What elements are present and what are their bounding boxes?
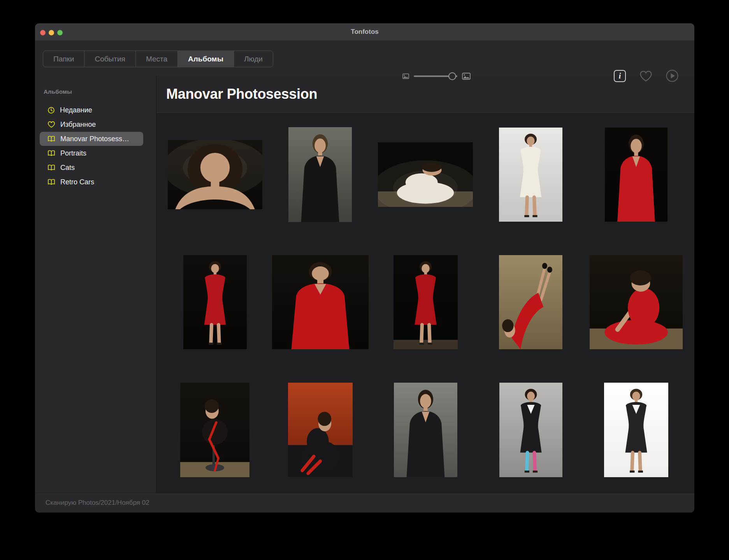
sidebar-item-cats[interactable]: Cats [40, 161, 143, 175]
sidebar-item-label: Retro Cars [60, 178, 94, 186]
toolbar-actions: i [614, 70, 678, 82]
album-title: Manovar Photosession [166, 86, 317, 102]
album-icon [47, 136, 55, 142]
photo-cell [162, 382, 268, 477]
photo-thumbnail-11[interactable] [180, 383, 249, 477]
photo-thumbnail-7[interactable] [272, 255, 369, 349]
play-icon [666, 70, 678, 82]
slideshow-button[interactable] [666, 70, 678, 82]
tab-albums[interactable]: Альбомы [177, 51, 234, 67]
heart-icon [639, 70, 653, 82]
photo-thumbnail-4[interactable] [499, 128, 562, 222]
photo-cell [268, 255, 373, 350]
sidebar-item-label: Избранное [60, 121, 96, 129]
photo-cell [478, 382, 584, 477]
photo-thumbnail-1[interactable] [168, 140, 262, 209]
sidebar-item-label: Недавние [60, 106, 92, 114]
photo-cell [373, 255, 478, 350]
view-tabs: ПапкиСобытияМестаАльбомыЛюди [43, 51, 273, 67]
photo-cell [268, 127, 373, 222]
clock-icon [47, 107, 55, 114]
sidebar-item-portraits[interactable]: Portraits [40, 146, 143, 160]
sidebar-item-retro-cars[interactable]: Retro Cars [40, 175, 143, 189]
photo-thumbnail-3[interactable] [378, 142, 473, 207]
main-panel: Manovar Photosession [156, 76, 694, 493]
tab-places[interactable]: Места [135, 51, 177, 67]
photo-cell [583, 127, 689, 222]
photo-thumbnail-14[interactable] [499, 383, 562, 477]
content-area: Альбомы НедавниеИзбранноеManovar Photose… [35, 76, 694, 493]
photo-cell [162, 255, 268, 350]
photo-thumbnail-9[interactable] [499, 255, 562, 349]
tab-events[interactable]: События [84, 51, 135, 67]
photo-cell [373, 127, 478, 222]
zoom-slider-knob[interactable] [448, 72, 456, 80]
minimize-button[interactable] [49, 30, 54, 35]
zoom-slider[interactable] [414, 72, 457, 80]
album-icon [47, 164, 55, 171]
photo-thumbnail-10[interactable] [590, 255, 683, 349]
window-controls [40, 30, 63, 35]
thumbnail-zoom-control [402, 71, 471, 82]
photo-thumbnail-8[interactable] [393, 255, 458, 349]
titlebar[interactable]: Tonfotos [35, 23, 694, 40]
sidebar-item-label: Cats [60, 164, 75, 172]
sidebar-header: Альбомы [35, 88, 156, 95]
album-list: НедавниеИзбранноеManovar Photosess…Portr… [35, 103, 156, 189]
heart-icon [47, 121, 55, 128]
info-button[interactable]: i [614, 70, 626, 82]
photo-cell [268, 382, 373, 477]
image-small-icon [402, 74, 409, 79]
album-icon [47, 179, 55, 185]
sidebar-item-label: Manovar Photosess… [60, 135, 129, 143]
tab-people[interactable]: Люди [234, 51, 273, 67]
toolbar: ПапкиСобытияМестаАльбомыЛюди [35, 40, 694, 76]
photo-thumbnail-15[interactable] [604, 383, 668, 477]
photo-cell [162, 127, 268, 222]
photo-thumbnail-13[interactable] [394, 383, 457, 477]
app-window: Tonfotos ПапкиСобытияМестаАльбомыЛюди [35, 23, 694, 513]
favorite-button[interactable] [639, 70, 653, 82]
sidebar-item-recent[interactable]: Недавние [40, 103, 143, 117]
photo-thumbnail-12[interactable] [288, 383, 353, 477]
photo-thumbnail-5[interactable] [605, 128, 668, 222]
photo-cell [478, 127, 584, 222]
photo-grid [162, 127, 694, 477]
photo-cell [478, 255, 584, 350]
photo-thumbnail-2[interactable] [288, 127, 352, 222]
status-text: Сканирую Photos/2021/Ноября 02 [46, 499, 149, 507]
image-large-icon [462, 73, 471, 80]
photo-cell [583, 382, 689, 477]
sidebar-item-label: Portraits [60, 149, 86, 158]
tab-folders[interactable]: Папки [43, 51, 84, 67]
sidebar-item-manovar[interactable]: Manovar Photosess… [40, 132, 143, 146]
album-icon [47, 150, 55, 156]
zoom-button[interactable] [57, 30, 63, 35]
photo-cell [373, 382, 478, 477]
close-button[interactable] [40, 30, 46, 35]
photo-thumbnail-6[interactable] [183, 255, 247, 349]
window-title: Tonfotos [35, 23, 694, 40]
photo-cell [583, 255, 689, 350]
sidebar: Альбомы НедавниеИзбранноеManovar Photose… [35, 76, 156, 493]
status-bar: Сканирую Photos/2021/Ноября 02 [35, 493, 694, 513]
sidebar-item-favorites[interactable]: Избранное [40, 117, 143, 131]
